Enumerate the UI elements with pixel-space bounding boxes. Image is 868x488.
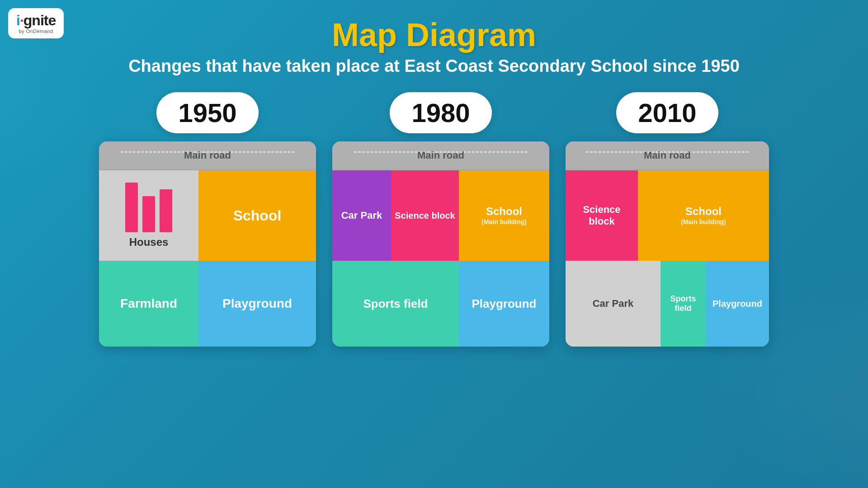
road-2010: Main road [566, 141, 769, 170]
road-label-1980: Main road [417, 150, 464, 161]
playground-label-1950: Playground [222, 296, 292, 311]
pink-bar-1 [125, 183, 138, 232]
map-diagram-1980: Main road Car Park Science block School … [332, 141, 549, 347]
farmland-cell: Farmland [99, 261, 198, 347]
carpark-cell-2010: Car Park [566, 261, 660, 347]
page-title: Map Diagram [0, 17, 868, 53]
road-1980: Main road [332, 141, 549, 170]
carpark-label-1980: Car Park [341, 210, 382, 221]
school-sub-1980: (Main building) [481, 218, 527, 226]
map-diagram-1950: Main road Houses School [99, 141, 316, 347]
houses-cell: Houses [99, 170, 198, 261]
header: Map Diagram Changes that have taken plac… [0, 0, 868, 76]
sportsfield-label-1980: Sports field [363, 297, 428, 311]
playground-cell-1980: Playground [459, 261, 549, 347]
playground-cell-2010: Playground [706, 261, 769, 347]
logo-wordmark: i·gnite [16, 13, 56, 28]
sciblock-label-1980: Science block [395, 210, 455, 221]
school-label-1950: School [233, 207, 282, 224]
map-top-row-1980: Car Park Science block School (Main buil… [332, 170, 549, 261]
carpark-cell-1980: Car Park [332, 170, 391, 261]
logo: i·gnite by OnDemand [8, 8, 64, 38]
sportsfield-label-2010: Sports field [664, 294, 702, 314]
farmland-label: Farmland [120, 296, 177, 311]
map-bot-row-1980: Sports field Playground [332, 261, 549, 347]
logo-subtitle: by OnDemand [19, 28, 53, 34]
school-cell-2010: School (Main building) [638, 170, 769, 261]
map-2010: 2010 Main road Science block School (Mai… [566, 92, 769, 347]
school-sub-2010: (Main building) [681, 218, 726, 226]
pink-bars [125, 183, 172, 232]
road-label-1950: Main road [184, 150, 231, 161]
map-diagram-2010: Main road Science block School (Main bui… [566, 141, 769, 347]
sciblock-cell-1980: Science block [391, 170, 459, 261]
school-cell-1980: School (Main building) [459, 170, 549, 261]
carpark-label-2010: Car Park [593, 298, 634, 310]
road-1950: Main road [99, 141, 316, 170]
pink-bar-3 [160, 189, 172, 232]
pink-bar-2 [142, 196, 155, 232]
map-grid-1980: Car Park Science block School (Main buil… [332, 170, 549, 347]
map-1980: 1980 Main road Car Park Science block Sc… [332, 92, 549, 347]
playground-cell-1950: Playground [198, 261, 316, 347]
year-badge-1980: 1980 [390, 92, 491, 133]
road-label-2010: Main road [644, 150, 691, 161]
sportsfield-cell-2010: Sports field [660, 261, 706, 347]
maps-container: 1950 Main road Houses [0, 92, 868, 347]
map-grid-2010: Science block School (Main building) Car… [566, 170, 769, 347]
houses-label: Houses [129, 236, 169, 249]
year-badge-1950: 1950 [156, 92, 258, 133]
playground-label-1980: Playground [472, 297, 536, 311]
playground-label-2010: Playground [712, 298, 762, 309]
school-label-1980: School [486, 205, 522, 218]
map-bot-row-1950: Farmland Playground [99, 261, 316, 347]
sciblock-label-2010: Science block [569, 204, 634, 228]
map-1950: 1950 Main road Houses [99, 92, 316, 347]
map-bot-row-2010: Car Park Sports field Playground [566, 261, 769, 347]
sciblock-cell-2010: Science block [566, 170, 638, 261]
map-top-row-2010: Science block School (Main building) [566, 170, 769, 261]
map-top-row-1950: Houses School [99, 170, 316, 261]
map-grid-1950: Houses School Farmland Playground [99, 170, 316, 347]
school-cell-1950: School [198, 170, 316, 261]
page-subtitle: Changes that have taken place at East Co… [0, 56, 868, 76]
year-badge-2010: 2010 [616, 92, 718, 133]
sportsfield-cell-1980: Sports field [332, 261, 459, 347]
school-label-2010: School [685, 205, 722, 218]
